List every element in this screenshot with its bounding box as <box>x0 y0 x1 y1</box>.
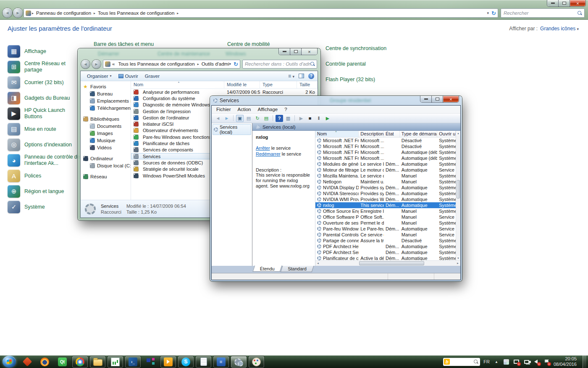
horizontal-scrollbar[interactable]: ◄ ► <box>315 260 460 266</box>
column-header-nom[interactable]: Nom▲ <box>315 131 359 137</box>
taskbar-button-powershell[interactable]: ›_ <box>125 356 141 368</box>
service-row[interactable]: Microsoft .NET Fr...Microsoft ....Automa… <box>315 155 456 161</box>
taskbar-button-qt-creator[interactable]: Qt <box>55 356 70 368</box>
taskbar-button-media-encoder[interactable] <box>160 356 176 368</box>
sidebar-item-music[interactable]: Musique <box>83 137 131 144</box>
back-icon[interactable]: ◄ <box>214 115 222 122</box>
close-button[interactable]: × <box>443 96 459 102</box>
tab-étendu[interactable]: Étendu <box>253 265 282 272</box>
taskbar-button-firefox[interactable] <box>37 356 52 368</box>
taskbar-button-chrome[interactable] <box>72 356 88 368</box>
sidebar-item-recent-places[interactable]: Emplacements récen <box>83 97 131 104</box>
maximize-button[interactable] <box>559 0 570 6</box>
stop-service-link[interactable]: Arrêter <box>256 146 270 151</box>
service-row[interactable]: PDF Architect Hel...Dém...AutomatiqueSys… <box>315 244 456 249</box>
sidebar-item-libraries[interactable]: Bibliothèques <box>83 115 131 122</box>
minimize-button[interactable] <box>420 96 432 102</box>
cp-item[interactable]: ▤Mise en route <box>8 123 82 135</box>
service-row[interactable]: Moteur de filtrage...Le moteur d...Dém..… <box>315 167 456 173</box>
system-clock[interactable]: 20:05 08/04/2016 <box>554 356 577 367</box>
sidebar-item-desktop[interactable]: Bureau <box>83 90 131 97</box>
column-header-modifi-le[interactable]: Modifié le <box>224 81 260 88</box>
column-header-type[interactable]: Type <box>260 81 297 88</box>
address-dropdown-icon[interactable]: ▾ <box>229 62 231 66</box>
breadcrumb-item[interactable]: Tous les Panneaux de configuration <box>96 11 176 16</box>
column-header--tat[interactable]: État <box>384 131 400 137</box>
refresh-icon[interactable]: ↻ <box>254 115 261 122</box>
cp-search-box[interactable]: Rechercher <box>501 8 585 18</box>
service-row[interactable]: Modules de génér...Le service IK...Dém..… <box>315 161 456 167</box>
service-row[interactable]: nxlogThis service ...Dém...AutomatiqueSy… <box>315 202 456 208</box>
service-row[interactable]: Mozilla Maintena...Le service d...Manuel… <box>315 173 456 179</box>
restart-service-icon[interactable]: ▶ <box>324 115 331 122</box>
properties-icon[interactable]: ▥ <box>284 115 292 122</box>
pause-service-icon[interactable]: ‖ <box>315 115 323 122</box>
taskbar-button-services-console[interactable] <box>231 356 247 368</box>
open-button[interactable]: Ouvrir <box>116 73 141 79</box>
hidden-icons-chevron[interactable]: ▲ <box>493 358 500 365</box>
cp-item-partial[interactable]: Flash Player (32 bits) <box>326 77 375 82</box>
minimize-button[interactable] <box>279 48 290 55</box>
service-row[interactable]: Microsoft .NET Fr...Microsoft ....Automa… <box>315 149 456 155</box>
sidebar-item-documents[interactable]: Documents <box>83 122 131 130</box>
column-header-ouvrir-ur[interactable]: Ouvrir ur <box>437 131 456 137</box>
menu-[interactable]: ? <box>281 106 290 113</box>
cp-item[interactable]: ⊞Centre Réseau et partage <box>8 61 82 73</box>
export-list-icon[interactable]: ▤ <box>245 115 252 122</box>
service-row[interactable]: Ouverture de sessi...Permet le d...Manue… <box>315 220 456 226</box>
sidebar-item-network[interactable]: Réseau <box>83 173 131 180</box>
service-row[interactable]: NVIDIA Stereosco...Provides sys...Dém...… <box>315 191 456 196</box>
scroll-right-icon[interactable]: ► <box>455 261 460 266</box>
refresh-icon[interactable]: ↻ <box>234 61 238 67</box>
help-icon[interactable]: ? <box>276 115 283 122</box>
column-header-type-de-d-marrage[interactable]: Type de démarrage <box>400 131 437 137</box>
taskbar-button-skype[interactable]: S <box>178 356 194 368</box>
breadcrumb-item[interactable]: Outils d'administration <box>200 61 229 66</box>
cp-item[interactable]: ◕Panneau de contrôle de l'interface Ak..… <box>8 154 82 167</box>
taskbar-button-red-diamond-app[interactable] <box>19 356 35 368</box>
cp-item[interactable]: ✓Système <box>8 201 82 213</box>
menu-affichage[interactable]: Affichage <box>254 106 281 113</box>
service-row[interactable]: NVIDIA Display Dri...Provides sys...Dém.… <box>315 185 456 191</box>
cp-item[interactable]: ◎Options d'indexation <box>8 138 82 151</box>
maximize-button[interactable] <box>432 96 443 102</box>
taskbar-button-paint-app[interactable] <box>249 356 264 368</box>
service-row[interactable]: Office Source Eng...Enregistre le...Manu… <box>315 208 456 214</box>
taskbar-search-box[interactable]: b <box>443 358 480 366</box>
cp-item-partial[interactable]: Centre de mobilité <box>227 41 270 47</box>
file-row[interactable]: Analyseur de performances14/07/2009 06:5… <box>131 89 318 95</box>
maximize-button[interactable] <box>290 48 302 55</box>
cp-item[interactable]: APolices <box>8 169 82 182</box>
cp-item[interactable]: ✉Courrier (32 bits) <box>8 76 82 89</box>
help-icon[interactable]: ? <box>308 73 314 79</box>
forward-icon[interactable]: ► <box>223 115 231 122</box>
cp-item[interactable]: ▶HP Quick Launch Buttons <box>8 107 82 120</box>
back-button[interactable]: ◄ <box>81 60 90 69</box>
export-icon[interactable]: ▤ <box>262 115 270 122</box>
service-row[interactable]: Planificateur de cl...Active la dé...Dém… <box>315 255 456 260</box>
scrollbar-thumb[interactable] <box>359 261 424 265</box>
service-row[interactable]: Parental ControlsCe service e...ManuelSe… <box>315 232 456 238</box>
sidebar-item-videos[interactable]: Vidéos <box>83 144 131 151</box>
forward-button[interactable]: ► <box>13 8 23 18</box>
service-row[interactable]: NVIDIA WMI Provi...Provides W...Dém...Au… <box>315 196 456 202</box>
taskbar-button-settings-tool[interactable]: ≡ <box>213 356 229 368</box>
taskbar-button-windows-explorer[interactable] <box>90 356 105 368</box>
service-row[interactable]: PDF Architect Serv...Dém...AutomatiqueSy… <box>315 249 456 255</box>
action-center-flag-icon[interactable] <box>543 358 550 365</box>
sidebar-item-pictures[interactable]: Images <box>83 130 131 137</box>
cp-item[interactable]: ⊕Région et langue <box>8 185 82 198</box>
stop-service-icon[interactable]: ■ <box>306 115 314 122</box>
back-button[interactable]: ◄ <box>3 8 12 18</box>
refresh-icon[interactable]: ↻ <box>491 10 496 16</box>
tree-item-services-local[interactable]: Services (local) <box>213 124 251 135</box>
forward-button[interactable]: ► <box>92 60 101 69</box>
vertical-scrollbar[interactable]: ▲ ▼ <box>456 131 460 260</box>
address-dropdown-icon[interactable]: ▾ <box>487 11 489 15</box>
search-icon[interactable] <box>578 11 582 15</box>
scroll-up-icon[interactable]: ▲ <box>456 131 460 135</box>
service-row[interactable]: Pare-feu WindowsLe Pare-feu ...Dém...Aut… <box>315 226 456 232</box>
search-icon[interactable] <box>474 360 478 364</box>
menu-action[interactable]: Action <box>234 106 255 113</box>
cp-item-partial[interactable]: Centre de synchronisation <box>326 45 386 51</box>
